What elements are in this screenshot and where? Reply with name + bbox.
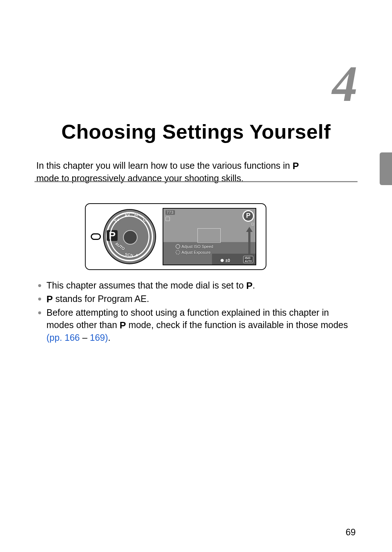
dial-index-mark-icon <box>91 233 101 240</box>
page-ref-dash: – <box>80 332 90 343</box>
page-number: 69 <box>346 527 356 537</box>
mode-dial: P Tv Av M C AUTO SCN ✦ <box>103 209 156 264</box>
dial-label-tv: Tv <box>113 217 121 224</box>
chapter-number: 4 <box>332 54 358 113</box>
page-thumb-tab <box>380 152 392 185</box>
dial-label-lowlight-icon: ✦ <box>135 253 139 258</box>
lcd-hint-iso-label: Adjust ISO Speed <box>181 244 213 249</box>
dial-label-p: P <box>107 230 118 241</box>
mode-dial-illustration: P Tv Av M C AUTO SCN ✦ <box>91 208 156 266</box>
note-1-end: . <box>253 280 255 290</box>
list-item: This chapter assumes that the mode dial … <box>36 279 356 292</box>
note-3-mid: mode, check if the function is available… <box>126 320 348 330</box>
note-2-text: stands for Program AE. <box>53 294 149 304</box>
intro-text-2: mode to progressively advance your shoot… <box>36 172 356 185</box>
note-3-post: . <box>108 332 111 343</box>
control-wheel-icon <box>176 250 180 254</box>
dial-label-auto: AUTO <box>114 241 126 251</box>
note-1-text: This chapter assumes that the mode dial … <box>46 280 246 290</box>
dial-label-m: M <box>134 212 139 218</box>
page-ref-link[interactable]: 169) <box>90 332 108 343</box>
lcd-hint-exposure: Adjust Exposure <box>176 250 211 254</box>
dial-label-av: Av <box>123 211 130 218</box>
chapter-notes-list: This chapter assumes that the mode dial … <box>36 279 356 345</box>
lcd-hint-iso: Adjust ISO Speed <box>176 244 213 249</box>
section-divider <box>34 181 358 182</box>
chapter-title: Choosing Settings Yourself <box>36 120 356 143</box>
lcd-mode-badge: P <box>242 210 254 222</box>
lcd-ev-value: ✺ ±0 <box>220 258 230 263</box>
lock-icon <box>166 217 170 221</box>
page-ref-link[interactable]: (pp. 166 <box>46 332 80 343</box>
illustration-box: P Tv Av M C AUTO SCN ✦ 773 P ◻ Adjust IS… <box>85 203 266 270</box>
dial-center <box>123 230 138 245</box>
chapter-intro: In this chapter you will learn how to us… <box>36 151 356 194</box>
list-item: P stands for Program AE. <box>36 293 356 306</box>
lcd-iso-badge: ISO AUTO <box>243 256 253 263</box>
list-item: Before attempting to shoot using a funct… <box>36 307 356 344</box>
p-mode-icon: P <box>120 319 126 332</box>
intro-text-1: In this chapter you will learn how to us… <box>36 160 293 171</box>
p-mode-icon: P <box>246 279 253 292</box>
dial-label-c: C <box>142 217 148 223</box>
p-mode-icon: P <box>293 160 299 172</box>
lcd-focus-frame <box>197 228 221 243</box>
dial-label-scn: SCN <box>124 252 134 258</box>
lcd-preview: 773 P ◻ Adjust ISO Speed Adjust Exposure… <box>163 208 256 265</box>
p-mode-icon: P <box>46 293 53 306</box>
lcd-shots-remaining: 773 <box>166 210 175 215</box>
lcd-hint-exposure-label: Adjust Exposure <box>181 250 211 254</box>
lcd-submode-icon: ◻ <box>251 222 254 226</box>
control-ring-icon <box>176 244 180 249</box>
